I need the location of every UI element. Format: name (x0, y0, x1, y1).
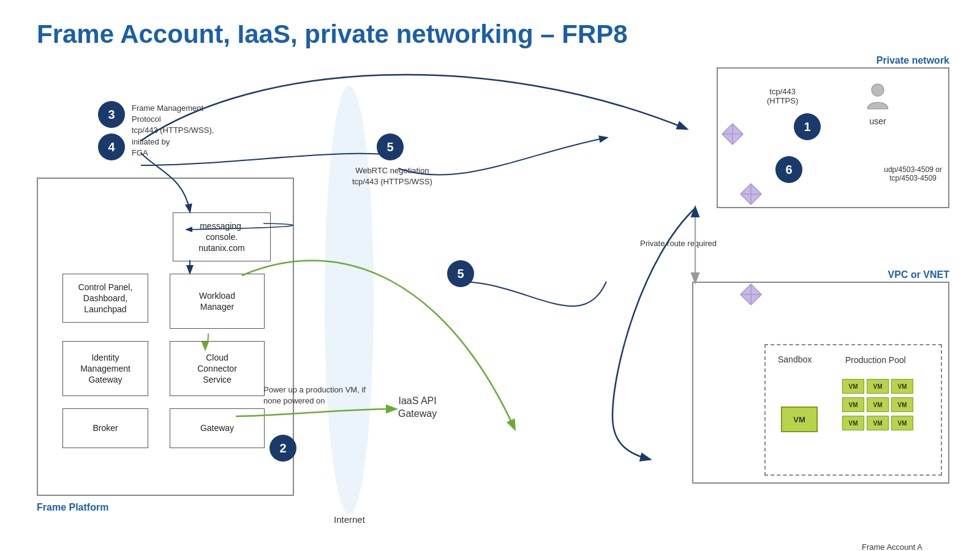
label-fmp: Frame Management Protocol tcp/443 (HTTPS… (132, 103, 230, 159)
frame-account-box: Sandbox Production Pool VM VM VM VM VM V… (764, 344, 942, 476)
powerup-label: Power up a production VM, if none powere… (263, 384, 368, 407)
frame-platform-box: messaging. console. nutanix.com Control … (37, 178, 294, 496)
diamond-mid (739, 182, 763, 206)
frame-account-label: Frame Account A (862, 542, 922, 551)
vm-grid: VM VM VM VM VM VM VM VM VM (842, 379, 913, 432)
broker-box: Broker (62, 408, 148, 448)
user-label: user (862, 116, 893, 126)
workload-manager-box: Workload Manager (170, 274, 265, 329)
user-icon (862, 81, 893, 111)
tcp443-label: tcp/443 (HTTPS) (767, 87, 798, 105)
cloud-connector-box: Cloud Connector Service (170, 341, 265, 396)
private-route-label: Private route required (640, 239, 717, 248)
identity-management-box: Identity Management Gateway (62, 341, 148, 396)
gateway-box: Gateway (170, 408, 265, 448)
vm-box-7: VM (842, 416, 864, 430)
control-panel-box: Control Panel, Dashboard, Launchpad (62, 274, 148, 323)
badge-3: 3 (98, 101, 125, 128)
page-title: Frame Account, IaaS, private networking … (37, 20, 628, 49)
badge-5a: 5 (377, 133, 404, 160)
vpc-vnet-box: Sandbox Production Pool VM VM VM VM VM V… (692, 282, 949, 484)
vm-box-8: VM (867, 416, 889, 430)
diamond-top (721, 122, 744, 146)
badge-2: 2 (270, 435, 296, 462)
udp-label: udp/4503-4509 or tcp/4503-4509 (884, 165, 942, 182)
sandbox-label: Sandbox (778, 354, 812, 364)
vm-box-1: VM (842, 379, 864, 394)
badge-6: 6 (775, 156, 802, 183)
svg-point-0 (872, 84, 884, 96)
internet-label: Internet (334, 514, 365, 525)
vm-box-4: VM (842, 397, 864, 412)
badge-5b: 5 (447, 260, 474, 287)
production-label: Production Pool (845, 354, 906, 365)
badge-4: 4 (98, 133, 125, 160)
vm-box-6: VM (891, 397, 913, 412)
iaas-gateway-label: IaaS API Gateway (398, 395, 437, 421)
vm-box-3: VM (891, 379, 913, 394)
vm-box-5: VM (867, 397, 889, 412)
internet-oval (325, 86, 374, 514)
private-network-label: Private network (876, 55, 949, 66)
vm-box-9: VM (891, 416, 913, 430)
vpc-vnet-label: VPC or VNET (888, 269, 949, 280)
badge-1: 1 (794, 113, 821, 140)
vm-box-2: VM (867, 379, 889, 394)
label-webrtc: WebRTC negotiation tcp/443 (HTTPS/WSS) (352, 165, 432, 187)
frame-platform-label: Frame Platform (37, 502, 108, 513)
messaging-box: messaging. console. nutanix.com (173, 212, 271, 261)
user-area: user (862, 81, 893, 126)
vm-single: VM (781, 407, 818, 432)
